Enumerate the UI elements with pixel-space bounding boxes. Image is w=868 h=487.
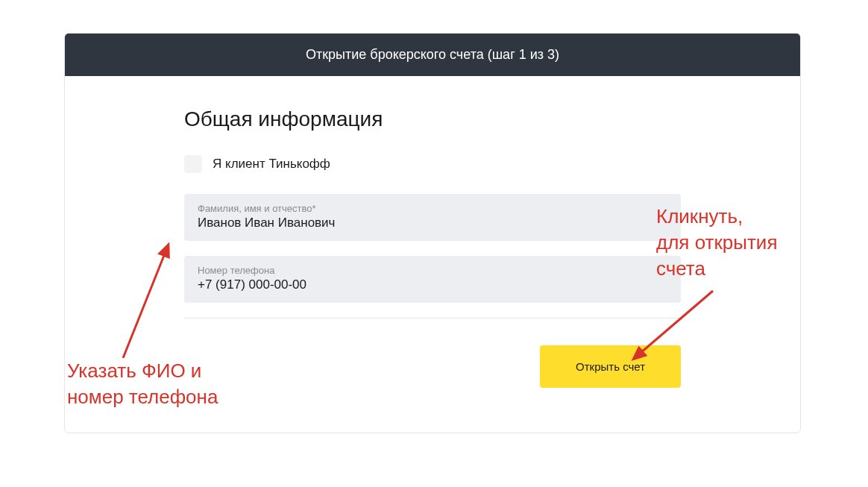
fullname-label: Фамилия, имя и отчество* <box>198 203 667 214</box>
phone-label: Номер телефона <box>198 265 667 276</box>
existing-client-checkbox-row: Я клиент Тинькофф <box>184 155 681 173</box>
annotation-right: Кликнуть,для открытиясчета <box>656 204 777 282</box>
existing-client-checkbox[interactable] <box>184 155 202 173</box>
fullname-field[interactable]: Фамилия, имя и отчество* <box>184 194 681 241</box>
phone-input[interactable] <box>198 277 667 292</box>
existing-client-label: Я клиент Тинькофф <box>213 157 330 172</box>
phone-field[interactable]: Номер телефона <box>184 256 681 303</box>
section-title: Общая информация <box>184 107 681 131</box>
fullname-input[interactable] <box>198 216 667 230</box>
annotation-left: Указать ФИО иномер телефона <box>67 358 218 410</box>
open-account-button[interactable]: Открыть счет <box>540 345 681 388</box>
card-header-title: Открытие брокерского счета (шаг 1 из 3) <box>65 34 800 76</box>
divider <box>184 318 681 318</box>
actions-row: Открыть счет <box>184 345 681 388</box>
